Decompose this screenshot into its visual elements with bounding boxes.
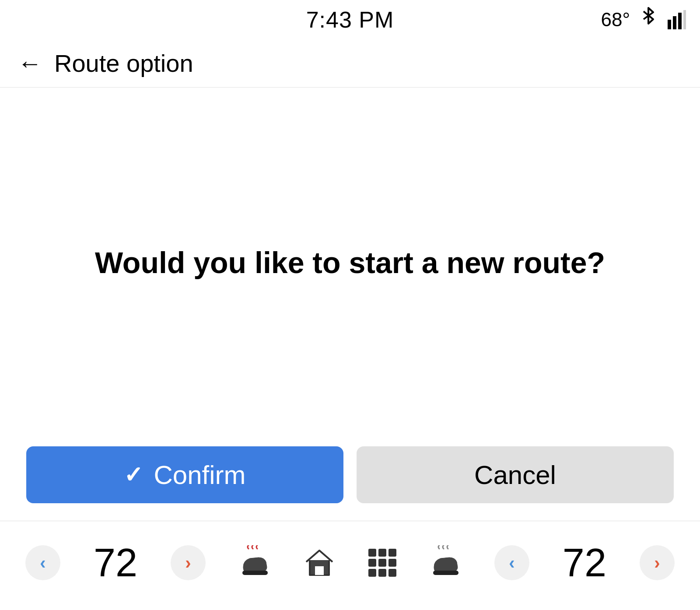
svg-rect-1	[673, 16, 676, 29]
grid-icon-inner	[368, 549, 396, 577]
temperature-display: 68°	[601, 9, 630, 31]
svg-rect-0	[668, 20, 671, 29]
back-button[interactable]: ←	[18, 51, 42, 76]
question-text: Would you like to start a new route?	[95, 243, 605, 282]
left-chevron-right-icon: ›	[185, 553, 191, 573]
right-chevron-left-icon: ‹	[509, 553, 514, 573]
status-right-icons: 68°	[601, 6, 682, 33]
svg-rect-5	[315, 566, 324, 575]
home-icon[interactable]	[304, 547, 335, 578]
left-increment-button[interactable]: ›	[171, 545, 206, 580]
svg-rect-4	[242, 571, 268, 575]
action-buttons: ✓ Confirm Cancel	[0, 429, 700, 521]
cancel-button[interactable]: Cancel	[357, 446, 674, 503]
confirm-button[interactable]: ✓ Confirm	[26, 446, 343, 503]
confirm-checkmark-icon: ✓	[124, 462, 143, 488]
steam-shoe-left-icon	[239, 545, 270, 580]
left-decrement-button[interactable]: ‹	[25, 545, 60, 580]
svg-rect-2	[678, 13, 682, 29]
svg-rect-3	[683, 10, 686, 29]
bottom-nav: ‹ 72 ›	[0, 521, 700, 604]
right-chevron-right-icon: ›	[654, 553, 660, 573]
left-chevron-left-icon: ‹	[40, 553, 46, 573]
right-decrement-button[interactable]: ‹	[494, 545, 529, 580]
grid-icon[interactable]	[368, 549, 396, 577]
status-time: 7:43 PM	[306, 7, 394, 33]
page-header: ← Route option	[0, 39, 700, 88]
left-number-display: 72	[94, 543, 137, 582]
status-bar: 7:43 PM 68°	[0, 0, 700, 39]
main-content: Would you like to start a new route?	[0, 88, 700, 429]
cancel-label: Cancel	[474, 460, 556, 490]
signal-icon	[667, 10, 682, 29]
confirm-label: Confirm	[154, 460, 245, 490]
right-number-display: 72	[563, 543, 606, 582]
right-increment-button[interactable]: ›	[640, 545, 675, 580]
svg-rect-6	[433, 571, 458, 575]
bluetooth-icon	[639, 6, 658, 33]
page-title: Route option	[54, 49, 193, 77]
steam-shoe-right-icon	[430, 545, 461, 580]
